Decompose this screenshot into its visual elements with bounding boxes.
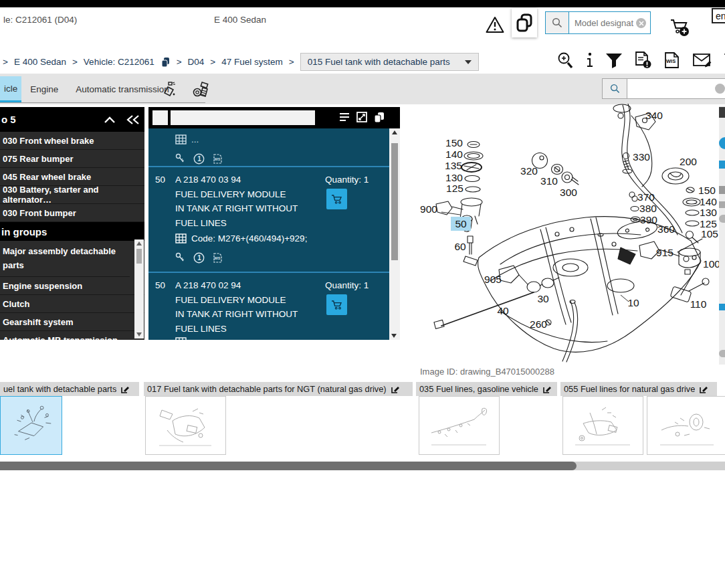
add-to-cart-button[interactable] [326, 294, 347, 315]
position-input[interactable] [152, 110, 168, 125]
tool-fragment[interactable] [719, 161, 725, 169]
tool-fragment[interactable] [719, 201, 725, 208]
tool-fragment[interactable] [719, 107, 725, 118]
diagram-label[interactable]: 10 [627, 297, 639, 308]
sidebar-scrollbar[interactable] [134, 239, 144, 338]
part-number[interactable]: A 218 470 03 94 [175, 173, 316, 187]
copy-small-icon[interactable] [161, 57, 171, 68]
sidebar-item-rear-bumper[interactable]: 075 Rear bumper [0, 150, 144, 168]
paint-spray-icon[interactable] [163, 81, 180, 98]
bolt-icon[interactable] [192, 80, 212, 99]
copy-documents-button[interactable] [512, 8, 537, 37]
cart-add-icon[interactable] [669, 17, 691, 36]
thumbnail-next[interactable] [647, 396, 725, 455]
sidebar-item-automatic-transmission[interactable]: Automatic MB transmission [0, 331, 144, 340]
thumb-title-017[interactable]: 017 Fuel tank with detachable parts for … [144, 382, 413, 396]
subgroup-dropdown[interactable]: 015 Fuel tank with detachable parts [300, 53, 479, 71]
breadcrumb-item-d04[interactable]: D04 [188, 57, 205, 67]
key-icon[interactable] [175, 153, 185, 165]
list-view-icon[interactable] [338, 111, 350, 123]
diagram-label[interactable]: 140 [700, 196, 717, 207]
part-filter-input[interactable] [171, 110, 315, 125]
sidebar-item-battery[interactable]: 030 Battery, starter and alternator… [0, 186, 144, 204]
horizontal-scrollbar[interactable] [0, 462, 725, 470]
scroll-down-icon[interactable] [136, 332, 142, 336]
language-badge[interactable]: en [712, 8, 725, 23]
add-to-cart-button[interactable] [326, 189, 347, 209]
info-icon[interactable] [586, 52, 594, 69]
parts-scrollbar[interactable] [389, 128, 400, 340]
search-icon[interactable] [603, 79, 627, 98]
zoom-in-icon[interactable] [557, 52, 575, 70]
sidebar-item-engine-suspension[interactable]: Engine suspension [0, 277, 144, 295]
scroll-up-icon[interactable] [392, 130, 397, 134]
diagram-label[interactable]: 915 [656, 247, 674, 258]
edit-icon[interactable] [542, 385, 552, 394]
thumb-title-055[interactable]: 055 Fuel lines for natural gas drive [560, 382, 717, 396]
scroll-down-icon[interactable] [391, 334, 397, 338]
breadcrumb-item-group[interactable]: 47 Fuel system [221, 57, 283, 67]
tool-fragment[interactable] [719, 215, 725, 223]
diagram-label[interactable]: 900 [420, 203, 437, 215]
warning-icon[interactable] [486, 16, 504, 33]
thumbnail-017[interactable] [145, 396, 226, 455]
diagram-label[interactable]: 125 [446, 183, 463, 194]
part-row[interactable]: 50 A 218 470 03 94 FUEL DELIVERY MODULE … [148, 167, 389, 272]
tool-fragment[interactable] [719, 186, 725, 194]
collapse-left-icon[interactable] [126, 114, 140, 125]
thumb-title-035[interactable]: 035 Fuel lines, gasoline vehicle [416, 382, 557, 396]
chevron-up-icon[interactable] [103, 116, 116, 124]
diagram-label[interactable]: 360 [657, 223, 675, 235]
diagram-label[interactable]: 300 [560, 187, 577, 198]
breadcrumb-item-model[interactable]: E 400 Sedan [14, 57, 66, 67]
tab-automatic-transmission[interactable]: Automatic transmission [67, 76, 178, 102]
circled-one-icon[interactable]: 1 [193, 153, 205, 165]
part-number[interactable]: A 218 470 02 94 [175, 278, 316, 293]
part-row[interactable]: 50 A 218 470 02 94 FUEL DELIVERY MODULE … [148, 273, 389, 340]
clear-icon[interactable] [715, 84, 725, 94]
diagram-label[interactable]: 390 [640, 214, 657, 225]
diagram-label[interactable]: 380 [639, 203, 657, 214]
scroll-up-icon[interactable] [136, 241, 142, 246]
diagram-label-selected[interactable]: 50 [455, 218, 467, 229]
scrollbar-thumb[interactable] [0, 462, 577, 470]
parts-diagram[interactable]: 340 150 140 135 130 125 320 310 300 330 … [400, 104, 719, 365]
filter-icon[interactable] [605, 52, 623, 69]
circled-one-icon[interactable]: 1 [193, 252, 205, 264]
scrollbar-thumb[interactable] [136, 249, 142, 264]
mail-edit-icon[interactable] [692, 52, 712, 70]
diagram-label[interactable]: 200 [680, 156, 697, 167]
key-icon[interactable] [175, 252, 185, 264]
diagram-label[interactable]: 260 [530, 318, 547, 330]
fullscreen-icon[interactable] [356, 111, 368, 123]
diagram-label[interactable]: 135 [445, 160, 462, 171]
diagram-label[interactable]: 340 [645, 110, 663, 121]
wis-icon[interactable]: WIS [213, 252, 223, 264]
diagram-label[interactable]: 150 [445, 137, 463, 149]
thumbnail-055[interactable] [562, 396, 643, 455]
diagram-label[interactable]: 105 [701, 228, 718, 239]
diagram-label[interactable]: 40 [497, 305, 509, 316]
breadcrumb-item-vehicle[interactable]: Vehicle: C212061 [84, 57, 154, 67]
diagram-label[interactable]: 330 [633, 151, 650, 163]
sidebar-item-front-bumper[interactable]: 030 Front bumper [0, 204, 144, 222]
edit-icon[interactable] [391, 385, 400, 394]
sidebar-item-front-wheel-brake[interactable]: 030 Front wheel brake [0, 132, 144, 150]
copy-icon[interactable] [373, 111, 385, 123]
sidebar-item-rear-wheel-brake[interactable]: 045 Rear wheel brake [0, 168, 144, 186]
thumbnail-015[interactable] [0, 396, 62, 455]
diagram-label[interactable]: 320 [520, 165, 538, 177]
sidebar-item-gearshift[interactable]: Gearshift system [0, 313, 144, 331]
diagram-label[interactable]: 130 [445, 172, 463, 183]
sidebar-item-major-assembly[interactable]: Major assembly detachable parts [0, 241, 130, 277]
diagram-label[interactable]: 310 [540, 175, 558, 187]
right-tool-strip[interactable] [719, 106, 725, 365]
part-row-partial[interactable]: ... 1 WIS [148, 128, 389, 166]
diagram-label[interactable]: 60 [454, 241, 466, 252]
sidebar-item-clutch[interactable]: Clutch [0, 295, 144, 313]
diagram-label[interactable]: 370 [637, 191, 655, 203]
diagram-label[interactable]: 905 [484, 274, 502, 285]
edit-icon[interactable] [699, 385, 708, 394]
thumb-title-015[interactable]: uel tank with detachable parts [0, 382, 139, 396]
wis-icon[interactable]: WIS [213, 153, 223, 165]
